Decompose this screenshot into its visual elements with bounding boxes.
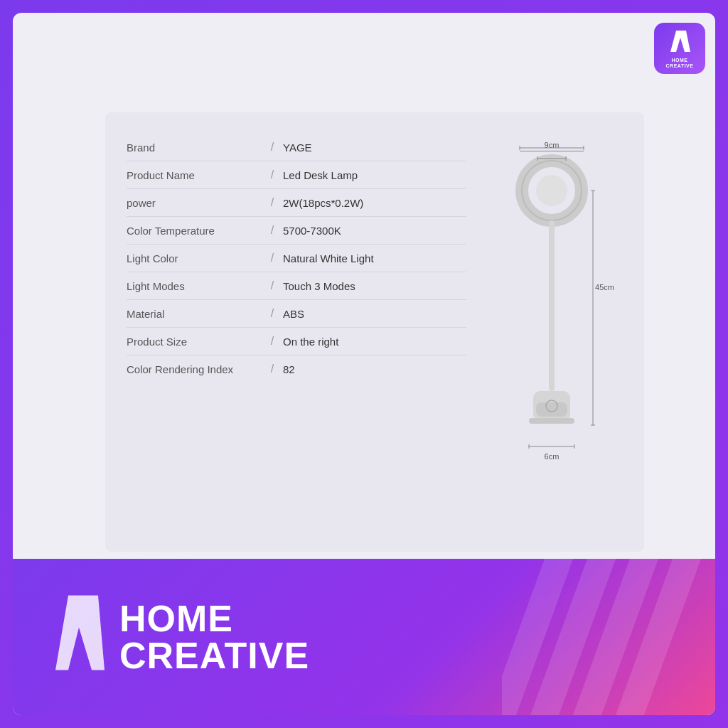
logo-badge: HOME CREATIVE bbox=[654, 23, 705, 74]
spec-divider: / bbox=[262, 141, 283, 154]
footer-text: HOME CREATIVE bbox=[119, 600, 309, 674]
svg-rect-15 bbox=[529, 418, 574, 424]
spec-divider: / bbox=[262, 224, 283, 237]
spec-value: 5700-7300K bbox=[283, 225, 341, 237]
svg-marker-0 bbox=[670, 31, 690, 52]
lamp-diagram: 9cm 3cm bbox=[481, 134, 623, 530]
spec-value: 82 bbox=[283, 363, 295, 375]
logo-icon bbox=[666, 28, 693, 58]
logo-text-top: HOME CREATIVE bbox=[666, 58, 694, 70]
footer-home-label: HOME bbox=[119, 600, 309, 637]
spec-value: On the right bbox=[283, 336, 338, 348]
svg-marker-22 bbox=[55, 595, 105, 670]
main-content: Brand/YAGEProduct Name/Led Desk Lamppowe… bbox=[105, 112, 644, 552]
spec-label: Product Name bbox=[127, 169, 262, 181]
spec-row: Brand/YAGE bbox=[127, 134, 466, 161]
spec-label: Brand bbox=[127, 141, 262, 154]
spec-divider: / bbox=[262, 335, 283, 348]
spec-divider: / bbox=[262, 307, 283, 320]
spec-label: Light Color bbox=[127, 252, 262, 264]
spec-row: power/2W(18pcs*0.2W) bbox=[127, 189, 466, 217]
footer-logo: HOME CREATIVE bbox=[41, 590, 309, 685]
spec-divider: / bbox=[262, 252, 283, 264]
svg-point-3 bbox=[536, 175, 567, 206]
inner-frame: HOME CREATIVE Brand/YAGEProduct Name/Led… bbox=[13, 13, 715, 715]
spec-label: Material bbox=[127, 308, 262, 320]
svg-rect-13 bbox=[536, 402, 567, 417]
specs-table: Brand/YAGEProduct Name/Led Desk Lamppowe… bbox=[127, 134, 466, 530]
spec-value: ABS bbox=[283, 308, 304, 320]
spec-row: Product Name/Led Desk Lamp bbox=[127, 161, 466, 189]
spec-row: Light Color/Natural White Light bbox=[127, 245, 466, 272]
spec-value: 2W(18pcs*0.2W) bbox=[283, 197, 363, 209]
outer-frame: HOME CREATIVE Brand/YAGEProduct Name/Led… bbox=[0, 0, 728, 728]
spec-row: Color Rendering Index/82 bbox=[127, 355, 466, 382]
spec-row: Light Modes/Touch 3 Modes bbox=[127, 272, 466, 300]
spec-label: Color Rendering Index bbox=[127, 363, 262, 375]
spec-label: Color Temperature bbox=[127, 225, 262, 237]
spec-row: Material/ABS bbox=[127, 300, 466, 328]
footer-stripes bbox=[502, 559, 715, 715]
spec-label: power bbox=[127, 197, 262, 209]
dim-45cm: 45cm bbox=[595, 283, 614, 291]
spec-value: Led Desk Lamp bbox=[283, 169, 358, 181]
spec-row: Product Size/On the right bbox=[127, 328, 466, 355]
spec-label: Light Modes bbox=[127, 280, 262, 292]
footer-creative-label: CREATIVE bbox=[119, 637, 309, 674]
spec-row: Color Temperature/5700-7300K bbox=[127, 217, 466, 245]
spec-value: Natural White Light bbox=[283, 252, 374, 264]
spec-value: YAGE bbox=[283, 141, 312, 154]
footer: HOME CREATIVE bbox=[13, 559, 715, 715]
svg-rect-11 bbox=[549, 220, 555, 391]
spec-divider: / bbox=[262, 168, 283, 181]
spec-divider: / bbox=[262, 196, 283, 209]
spec-divider: / bbox=[262, 279, 283, 292]
spec-label: Product Size bbox=[127, 336, 262, 348]
spec-divider: / bbox=[262, 363, 283, 375]
dim-6cm: 6cm bbox=[545, 452, 560, 461]
footer-k-icon bbox=[41, 590, 112, 685]
spec-value: Touch 3 Modes bbox=[283, 280, 355, 292]
